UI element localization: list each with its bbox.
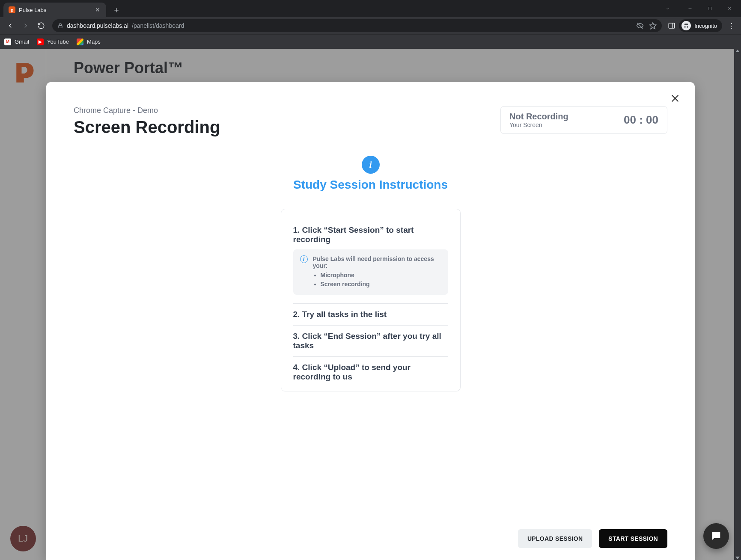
viewport: LJ Power Portal™ Chrome Capture - Demo S… [0, 49, 741, 560]
nav-back-button[interactable] [3, 19, 17, 33]
info-icon: i [362, 156, 380, 174]
browser-tab[interactable]: p Pulse Labs ✕ [3, 3, 106, 17]
url-host: dashboard.pulselabs.ai [67, 22, 128, 29]
recording-status: Not Recording [509, 112, 568, 121]
permission-note: i Pulse Labs will need permission to acc… [293, 249, 448, 295]
modal-eyebrow: Chrome Capture - Demo [74, 106, 220, 115]
window-close-button[interactable] [720, 2, 739, 15]
incognito-badge[interactable]: Incognito [679, 19, 722, 32]
bookmark-label: Maps [87, 39, 101, 45]
info-outline-icon: i [300, 255, 308, 263]
bookmark-gmail[interactable]: M Gmail [4, 39, 29, 45]
chat-fab-button[interactable] [703, 523, 729, 549]
browser-menu-button[interactable]: ⋮ [726, 20, 738, 32]
nav-forward-button[interactable] [19, 19, 33, 33]
bookmark-label: YouTube [47, 39, 69, 45]
youtube-icon: ▶ [37, 39, 44, 45]
window-minimize-button[interactable] [680, 2, 700, 15]
nav-reload-button[interactable] [34, 19, 48, 33]
permission-item: Screen recording [321, 280, 441, 289]
gmail-icon: M [4, 39, 11, 45]
new-tab-button[interactable]: ＋ [110, 4, 122, 16]
instruction-step: 3. Click “End Session” after you try all… [293, 325, 448, 356]
permission-intro: Pulse Labs will need permission to acces… [313, 255, 441, 269]
tracking-off-icon[interactable] [636, 22, 644, 30]
instruction-steps: 1. Click “Start Session” to start record… [281, 209, 461, 391]
svg-rect-4 [59, 25, 62, 28]
scroll-down-icon[interactable] [735, 557, 740, 559]
svg-marker-6 [650, 23, 656, 29]
recording-status-box: Not Recording Your Screen 00 : 00 [500, 106, 667, 134]
modal-close-button[interactable] [667, 91, 683, 106]
scroll-up-icon[interactable] [735, 50, 740, 52]
url-bar-actions [636, 22, 657, 30]
modal-header: Chrome Capture - Demo Screen Recording N… [46, 82, 695, 140]
tab-close-icon[interactable]: ✕ [94, 6, 101, 13]
favicon-icon: p [9, 6, 15, 13]
bookmark-youtube[interactable]: ▶ YouTube [37, 39, 69, 45]
toolbar-right: Incognito ⋮ [668, 19, 738, 32]
instruction-step: 4. Click “Upload” to send your recording… [293, 356, 448, 388]
instruction-step: 1. Click “Start Session” to start record… [293, 219, 448, 303]
maps-icon [77, 39, 83, 45]
upload-session-button[interactable]: UPLOAD SESSION [518, 529, 592, 548]
screen-recording-modal: Chrome Capture - Demo Screen Recording N… [46, 82, 695, 560]
bookmark-star-icon[interactable] [649, 22, 657, 30]
url-path: /panelist/dashboard [132, 22, 184, 29]
window-maximize-button[interactable] [700, 2, 720, 15]
modal-footer: UPLOAD SESSION START SESSION [46, 521, 695, 560]
modal-body: i Study Session Instructions 1. Click “S… [46, 140, 695, 521]
account-chevron-icon[interactable] [658, 2, 678, 15]
incognito-label: Incognito [694, 23, 717, 29]
start-session-button[interactable]: START SESSION [599, 529, 667, 548]
modal-title: Screen Recording [74, 118, 220, 137]
bookmark-label: Gmail [15, 39, 29, 45]
svg-rect-7 [669, 23, 675, 28]
lock-icon [57, 23, 63, 29]
vertical-scrollbar[interactable] [734, 49, 741, 560]
window-controls [658, 0, 739, 17]
tab-title: Pulse Labs [19, 7, 91, 13]
recording-source: Your Screen [509, 121, 568, 128]
recording-timer: 00 : 00 [624, 113, 658, 127]
url-bar[interactable]: dashboard.pulselabs.ai/panelist/dashboar… [52, 19, 662, 32]
bookmark-bar: M Gmail ▶ YouTube Maps [0, 34, 741, 49]
incognito-icon [681, 21, 691, 30]
permission-item: Microphone [321, 271, 441, 280]
tab-strip: p Pulse Labs ✕ ＋ [0, 0, 741, 17]
side-panel-icon[interactable] [668, 22, 676, 30]
step-text: 1. Click “Start Session” to start record… [293, 225, 448, 244]
browser-toolbar: dashboard.pulselabs.ai/panelist/dashboar… [0, 17, 741, 34]
svg-rect-1 [708, 7, 711, 10]
instruction-step: 2. Try all tasks in the list [293, 303, 448, 325]
bookmark-maps[interactable]: Maps [77, 39, 101, 45]
instructions-heading: Study Session Instructions [293, 178, 448, 192]
